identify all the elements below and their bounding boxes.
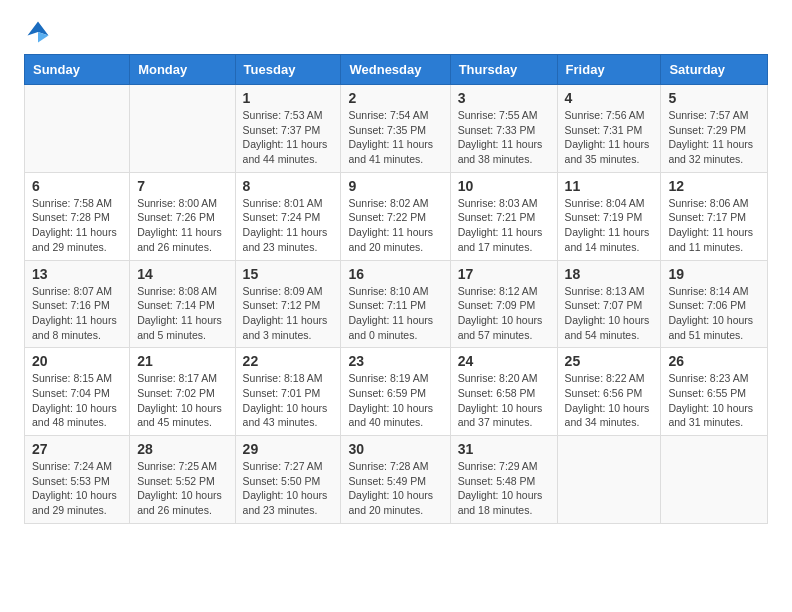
calendar-cell: 9Sunrise: 8:02 AM Sunset: 7:22 PM Daylig…: [341, 172, 450, 260]
calendar-cell: 6Sunrise: 7:58 AM Sunset: 7:28 PM Daylig…: [25, 172, 130, 260]
day-number: 26: [668, 353, 760, 369]
calendar-cell: 20Sunrise: 8:15 AM Sunset: 7:04 PM Dayli…: [25, 348, 130, 436]
day-info: Sunrise: 8:20 AM Sunset: 6:58 PM Dayligh…: [458, 371, 550, 430]
day-info: Sunrise: 8:09 AM Sunset: 7:12 PM Dayligh…: [243, 284, 334, 343]
day-number: 8: [243, 178, 334, 194]
calendar-cell: 25Sunrise: 8:22 AM Sunset: 6:56 PM Dayli…: [557, 348, 661, 436]
calendar-cell: 10Sunrise: 8:03 AM Sunset: 7:21 PM Dayli…: [450, 172, 557, 260]
day-info: Sunrise: 8:15 AM Sunset: 7:04 PM Dayligh…: [32, 371, 122, 430]
calendar-cell: 17Sunrise: 8:12 AM Sunset: 7:09 PM Dayli…: [450, 260, 557, 348]
day-number: 22: [243, 353, 334, 369]
day-info: Sunrise: 8:14 AM Sunset: 7:06 PM Dayligh…: [668, 284, 760, 343]
day-number: 12: [668, 178, 760, 194]
day-info: Sunrise: 7:25 AM Sunset: 5:52 PM Dayligh…: [137, 459, 227, 518]
calendar-cell: 2Sunrise: 7:54 AM Sunset: 7:35 PM Daylig…: [341, 85, 450, 173]
week-row-0: 1Sunrise: 7:53 AM Sunset: 7:37 PM Daylig…: [25, 85, 768, 173]
day-info: Sunrise: 7:56 AM Sunset: 7:31 PM Dayligh…: [565, 108, 654, 167]
calendar-cell: 13Sunrise: 8:07 AM Sunset: 7:16 PM Dayli…: [25, 260, 130, 348]
calendar-wrapper: SundayMondayTuesdayWednesdayThursdayFrid…: [0, 54, 792, 540]
day-number: 21: [137, 353, 227, 369]
day-number: 2: [348, 90, 442, 106]
day-info: Sunrise: 8:12 AM Sunset: 7:09 PM Dayligh…: [458, 284, 550, 343]
page-header: [0, 0, 792, 54]
day-info: Sunrise: 8:17 AM Sunset: 7:02 PM Dayligh…: [137, 371, 227, 430]
day-info: Sunrise: 7:57 AM Sunset: 7:29 PM Dayligh…: [668, 108, 760, 167]
day-number: 20: [32, 353, 122, 369]
day-info: Sunrise: 8:22 AM Sunset: 6:56 PM Dayligh…: [565, 371, 654, 430]
calendar-cell: 16Sunrise: 8:10 AM Sunset: 7:11 PM Dayli…: [341, 260, 450, 348]
day-info: Sunrise: 7:28 AM Sunset: 5:49 PM Dayligh…: [348, 459, 442, 518]
day-info: Sunrise: 7:27 AM Sunset: 5:50 PM Dayligh…: [243, 459, 334, 518]
day-info: Sunrise: 8:08 AM Sunset: 7:14 PM Dayligh…: [137, 284, 227, 343]
day-number: 18: [565, 266, 654, 282]
day-info: Sunrise: 8:01 AM Sunset: 7:24 PM Dayligh…: [243, 196, 334, 255]
calendar-cell: 15Sunrise: 8:09 AM Sunset: 7:12 PM Dayli…: [235, 260, 341, 348]
col-header-sunday: Sunday: [25, 55, 130, 85]
calendar-cell: [130, 85, 235, 173]
day-info: Sunrise: 8:19 AM Sunset: 6:59 PM Dayligh…: [348, 371, 442, 430]
week-row-4: 27Sunrise: 7:24 AM Sunset: 5:53 PM Dayli…: [25, 436, 768, 524]
day-info: Sunrise: 7:54 AM Sunset: 7:35 PM Dayligh…: [348, 108, 442, 167]
calendar-cell: 27Sunrise: 7:24 AM Sunset: 5:53 PM Dayli…: [25, 436, 130, 524]
week-row-1: 6Sunrise: 7:58 AM Sunset: 7:28 PM Daylig…: [25, 172, 768, 260]
day-info: Sunrise: 7:58 AM Sunset: 7:28 PM Dayligh…: [32, 196, 122, 255]
calendar-cell: 5Sunrise: 7:57 AM Sunset: 7:29 PM Daylig…: [661, 85, 768, 173]
calendar-cell: 12Sunrise: 8:06 AM Sunset: 7:17 PM Dayli…: [661, 172, 768, 260]
calendar-cell: 24Sunrise: 8:20 AM Sunset: 6:58 PM Dayli…: [450, 348, 557, 436]
calendar-cell: 19Sunrise: 8:14 AM Sunset: 7:06 PM Dayli…: [661, 260, 768, 348]
day-number: 23: [348, 353, 442, 369]
calendar-cell: 4Sunrise: 7:56 AM Sunset: 7:31 PM Daylig…: [557, 85, 661, 173]
week-row-3: 20Sunrise: 8:15 AM Sunset: 7:04 PM Dayli…: [25, 348, 768, 436]
day-number: 19: [668, 266, 760, 282]
calendar-cell: 14Sunrise: 8:08 AM Sunset: 7:14 PM Dayli…: [130, 260, 235, 348]
day-number: 7: [137, 178, 227, 194]
col-header-friday: Friday: [557, 55, 661, 85]
day-info: Sunrise: 8:02 AM Sunset: 7:22 PM Dayligh…: [348, 196, 442, 255]
day-number: 10: [458, 178, 550, 194]
calendar-cell: 30Sunrise: 7:28 AM Sunset: 5:49 PM Dayli…: [341, 436, 450, 524]
day-info: Sunrise: 8:10 AM Sunset: 7:11 PM Dayligh…: [348, 284, 442, 343]
calendar-cell: 3Sunrise: 7:55 AM Sunset: 7:33 PM Daylig…: [450, 85, 557, 173]
calendar-cell: 31Sunrise: 7:29 AM Sunset: 5:48 PM Dayli…: [450, 436, 557, 524]
day-number: 11: [565, 178, 654, 194]
col-header-tuesday: Tuesday: [235, 55, 341, 85]
day-number: 25: [565, 353, 654, 369]
day-number: 4: [565, 90, 654, 106]
col-header-wednesday: Wednesday: [341, 55, 450, 85]
calendar-cell: 29Sunrise: 7:27 AM Sunset: 5:50 PM Dayli…: [235, 436, 341, 524]
calendar-cell: [661, 436, 768, 524]
day-number: 27: [32, 441, 122, 457]
day-number: 24: [458, 353, 550, 369]
day-info: Sunrise: 8:18 AM Sunset: 7:01 PM Dayligh…: [243, 371, 334, 430]
calendar-cell: 26Sunrise: 8:23 AM Sunset: 6:55 PM Dayli…: [661, 348, 768, 436]
header-row: SundayMondayTuesdayWednesdayThursdayFrid…: [25, 55, 768, 85]
day-number: 14: [137, 266, 227, 282]
week-row-2: 13Sunrise: 8:07 AM Sunset: 7:16 PM Dayli…: [25, 260, 768, 348]
day-info: Sunrise: 8:00 AM Sunset: 7:26 PM Dayligh…: [137, 196, 227, 255]
day-info: Sunrise: 8:13 AM Sunset: 7:07 PM Dayligh…: [565, 284, 654, 343]
col-header-thursday: Thursday: [450, 55, 557, 85]
calendar-cell: 23Sunrise: 8:19 AM Sunset: 6:59 PM Dayli…: [341, 348, 450, 436]
day-number: 3: [458, 90, 550, 106]
day-number: 15: [243, 266, 334, 282]
col-header-monday: Monday: [130, 55, 235, 85]
calendar-cell: 21Sunrise: 8:17 AM Sunset: 7:02 PM Dayli…: [130, 348, 235, 436]
day-info: Sunrise: 8:23 AM Sunset: 6:55 PM Dayligh…: [668, 371, 760, 430]
day-number: 17: [458, 266, 550, 282]
day-number: 28: [137, 441, 227, 457]
calendar-cell: 11Sunrise: 8:04 AM Sunset: 7:19 PM Dayli…: [557, 172, 661, 260]
day-number: 5: [668, 90, 760, 106]
day-info: Sunrise: 7:53 AM Sunset: 7:37 PM Dayligh…: [243, 108, 334, 167]
day-info: Sunrise: 8:06 AM Sunset: 7:17 PM Dayligh…: [668, 196, 760, 255]
calendar-cell: 8Sunrise: 8:01 AM Sunset: 7:24 PM Daylig…: [235, 172, 341, 260]
calendar-cell: 28Sunrise: 7:25 AM Sunset: 5:52 PM Dayli…: [130, 436, 235, 524]
calendar-cell: [25, 85, 130, 173]
calendar-cell: 22Sunrise: 8:18 AM Sunset: 7:01 PM Dayli…: [235, 348, 341, 436]
day-number: 16: [348, 266, 442, 282]
day-number: 31: [458, 441, 550, 457]
col-header-saturday: Saturday: [661, 55, 768, 85]
calendar-cell: 18Sunrise: 8:13 AM Sunset: 7:07 PM Dayli…: [557, 260, 661, 348]
calendar-cell: 7Sunrise: 8:00 AM Sunset: 7:26 PM Daylig…: [130, 172, 235, 260]
calendar-cell: [557, 436, 661, 524]
day-info: Sunrise: 8:04 AM Sunset: 7:19 PM Dayligh…: [565, 196, 654, 255]
